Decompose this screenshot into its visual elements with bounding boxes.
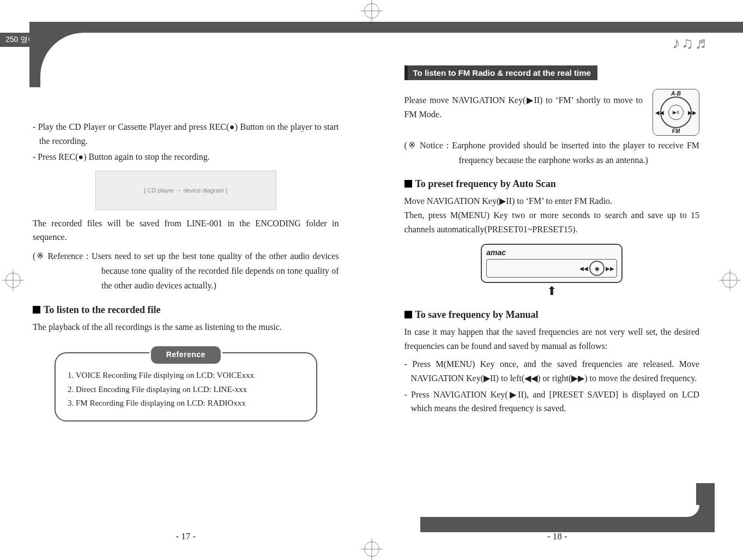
reference-box: Reference 1. VOICE Recording File disply…	[55, 352, 317, 421]
heading-preset-auto-scan: To preset frequency by Auto Scan	[404, 178, 700, 190]
text-manual-step-1: - Press M(MENU) Key once, and the saved …	[404, 357, 700, 385]
text-preset-1: Move NAVIGATION Key(▶II) to ‘FM’ to ente…	[404, 194, 700, 208]
figure-cd-to-device-icon: [ CD player → device diagram ]	[95, 171, 276, 210]
page-number-right: - 18 -	[547, 531, 567, 542]
text-manual-step-2: - Press NAVIGATION Key(▶II), and [PRESET…	[404, 388, 700, 416]
crop-mark-top-icon	[361, 0, 383, 22]
text-move-nav-fm: Please move NAVIGATION Key(▶II) to ‘FM’ …	[404, 93, 643, 121]
text-playback: The playback of the all recordings is th…	[33, 320, 339, 334]
figure-nav-dial-icon: A-B FM ◀◀ ▶▶ ▶II	[653, 89, 699, 136]
nav-label-bottom: FM	[672, 128, 680, 134]
reference-item-2: 2. Direct Encoding File displaying on LC…	[68, 383, 304, 397]
page-right: To listen to FM Radio & record at the re…	[372, 47, 744, 549]
text-recorded-files: The recorded files will be saved from LI…	[33, 216, 339, 244]
nav-label-center: ▶II	[668, 105, 684, 120]
text-manual-intro: In case it may happen that the saved fre…	[404, 325, 700, 353]
text-notice-earphone: (※ Notice : Earphone provided should be …	[404, 138, 700, 167]
page-corner-br-decoration	[420, 510, 715, 532]
text-preset-2: Then, press M(MENU) Key two or more seco…	[404, 208, 700, 236]
text-press-rec: - Press REC(●) Button again to stop the …	[33, 150, 339, 164]
nav-left-icon: ◀◀	[579, 266, 588, 272]
section-title-bar: To listen to FM Radio & record at the re…	[404, 65, 597, 80]
heading-listen-recorded: To listen to the recorded file	[33, 304, 339, 316]
reference-item-1: 1. VOICE Recording File displying on LCD…	[68, 369, 304, 383]
print-job-header: 250 영어향 2004.3.30 2:43 PM 페이지17	[0, 33, 240, 47]
reference-item-3: 3. FM Recording File displaying on LCD: …	[68, 396, 304, 411]
page-left: - Play the CD Player or Cassette Player …	[0, 47, 372, 549]
page-number-left: - 17 -	[176, 531, 196, 542]
arrow-up-icon: ⬆	[481, 284, 623, 298]
text-play-cd: - Play the CD Player or Cassette Player …	[33, 120, 339, 148]
text-reference-note: (※ Reference : Users need to set up the …	[33, 249, 339, 293]
page-spread: 250 영어향 2004.3.30 2:43 PM 페이지17 ♪♫♬ - Pl…	[0, 0, 743, 560]
figure-amac-device-icon: amac ◀◀ ◉ ▶▶ ⬆	[481, 244, 623, 298]
nav-label-top: A-B	[671, 91, 681, 97]
reference-pill-label: Reference	[149, 345, 222, 365]
amac-brand-label: amac	[486, 248, 617, 257]
nav-dial-mini-icon: ◉	[589, 261, 605, 276]
heading-save-manual: To save frequency by Manual	[404, 309, 700, 321]
nav-right-icon: ▶▶	[606, 266, 614, 272]
